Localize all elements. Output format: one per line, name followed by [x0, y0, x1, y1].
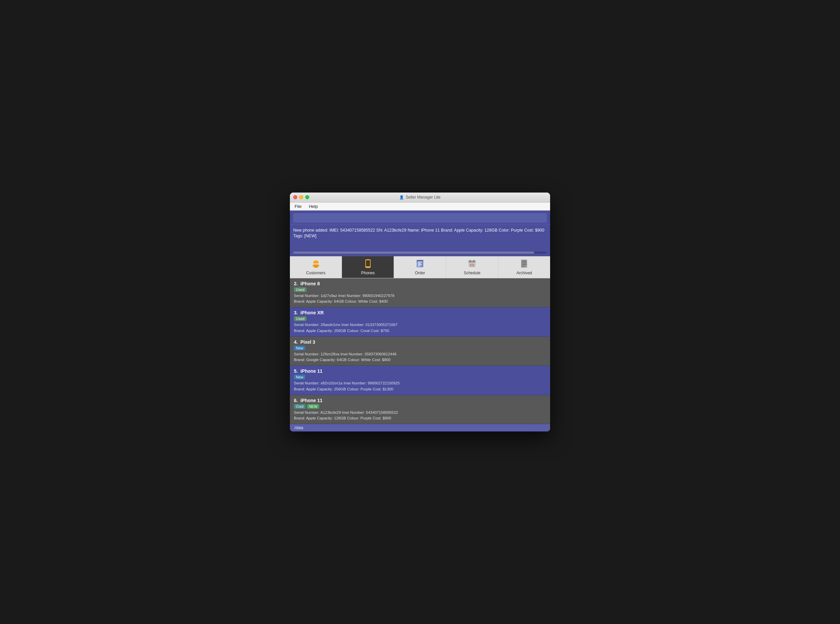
order-icon — [415, 259, 425, 269]
tab-schedule[interactable]: Schedule — [446, 256, 498, 278]
svg-point-20 — [472, 264, 473, 265]
tag-new-caps-5: NEW — [307, 404, 320, 409]
search-area — [290, 210, 550, 225]
status-text: ./data — [293, 425, 303, 430]
phone-details-1: Serial Number: 1d27s9az Imei Number: 990… — [294, 293, 546, 305]
menu-bar: File Help — [290, 202, 550, 210]
traffic-lights — [293, 195, 309, 199]
tab-schedule-label: Schedule — [464, 270, 480, 275]
svg-rect-16 — [469, 261, 476, 263]
svg-rect-27 — [522, 262, 526, 263]
svg-point-22 — [470, 265, 471, 266]
tag-used-2: Used — [294, 316, 307, 321]
tab-order-label: Order — [415, 270, 425, 275]
phone-item-4[interactable]: 5. iPhone 11 New Serial Number: x82n10zm… — [290, 366, 550, 395]
notification-bar: New phone added: IMEI: 543407158585522 S… — [290, 225, 550, 250]
phone-list[interactable]: 2. iPhone 8 Used Serial Number: 1d27s9az… — [290, 278, 550, 425]
tag-cool-5: Cool — [294, 404, 305, 409]
svg-rect-18 — [473, 260, 475, 262]
phone-tags-2: Used — [294, 316, 546, 321]
svg-rect-17 — [470, 260, 471, 262]
phone-item-2[interactable]: 3. iPhone XR Used Serial Number: 29asdn1… — [290, 307, 550, 337]
phone-item-1[interactable]: 2. iPhone 8 Used Serial Number: 1d27s9az… — [290, 278, 550, 308]
tab-phones[interactable]: Phones — [342, 256, 394, 278]
minimize-button[interactable] — [299, 195, 303, 199]
scrollbar-area — [290, 250, 550, 256]
svg-rect-12 — [418, 264, 422, 265]
svg-point-23 — [472, 265, 473, 266]
svg-point-19 — [470, 264, 471, 265]
svg-rect-10 — [418, 262, 422, 262]
phone-title-3: 4. Pixel 3 — [294, 339, 546, 345]
phone-details-3: Serial Number: 129zn28xa Imei Number: 35… — [294, 351, 546, 363]
close-button[interactable] — [293, 195, 297, 199]
svg-rect-13 — [418, 266, 420, 266]
tab-archived-label: Archived — [516, 270, 532, 275]
tab-customers[interactable]: Customers — [290, 256, 342, 278]
phone-item-5[interactable]: 6. iPhone 11 Cool NEW Serial Number: A12… — [290, 395, 550, 425]
phone-title-4: 5. iPhone 11 — [294, 368, 546, 374]
phone-tags-5: Cool NEW — [294, 404, 546, 409]
phone-tags-1: Used — [294, 287, 546, 292]
phone-title-5: 6. iPhone 11 — [294, 398, 546, 403]
svg-rect-14 — [417, 260, 423, 262]
app-window: 👤 Seller Manager Lite File Help New phon… — [290, 193, 550, 432]
tag-new-4: New — [294, 375, 305, 379]
svg-point-21 — [473, 264, 475, 265]
svg-point-8 — [367, 267, 368, 268]
title-bar: 👤 Seller Manager Lite — [290, 193, 550, 202]
phone-tags-3: New — [294, 346, 546, 351]
tag-used-1: Used — [294, 287, 307, 292]
archived-icon — [519, 259, 529, 269]
phone-item-3[interactable]: 4. Pixel 3 New Serial Number: 129zn28xa … — [290, 337, 550, 366]
status-bar: ./data — [290, 424, 550, 431]
svg-point-2 — [314, 260, 317, 263]
tab-bar: Customers Phones — [290, 256, 550, 278]
tab-customers-label: Customers — [306, 270, 325, 275]
svg-rect-7 — [366, 260, 370, 266]
tab-phones-label: Phones — [361, 270, 375, 275]
phone-details-4: Serial Number: x82n10zm1a Imei Number: 9… — [294, 380, 546, 392]
svg-rect-29 — [522, 266, 524, 267]
svg-point-5 — [314, 265, 318, 268]
svg-point-24 — [473, 265, 475, 266]
schedule-icon — [467, 259, 477, 269]
fake-scrollbar-thumb — [293, 252, 534, 253]
tab-order[interactable]: Order — [394, 256, 446, 278]
tab-archived[interactable]: Archived — [498, 256, 550, 278]
app-icon: 👤 — [399, 195, 404, 199]
phone-details-5: Serial Number: A123bcfe29 Imei Number: 5… — [294, 410, 546, 422]
phone-tags-4: New — [294, 375, 546, 379]
phones-icon — [364, 259, 372, 269]
maximize-button[interactable] — [305, 195, 309, 199]
menu-file[interactable]: File — [293, 203, 304, 210]
menu-help[interactable]: Help — [307, 203, 320, 210]
phone-title-2: 3. iPhone XR — [294, 310, 546, 315]
tag-new-3: New — [294, 346, 305, 351]
svg-rect-26 — [522, 261, 526, 262]
svg-rect-28 — [522, 264, 526, 265]
phone-title-1: 2. iPhone 8 — [294, 281, 546, 286]
svg-rect-11 — [418, 263, 421, 264]
phone-details-2: Serial Number: 29asdn1mx Imei Number: 01… — [294, 322, 546, 334]
search-input[interactable] — [293, 213, 547, 222]
notification-text: New phone added: IMEI: 543407158585522 S… — [293, 227, 547, 247]
fake-scrollbar[interactable] — [293, 252, 547, 253]
window-title: 👤 Seller Manager Lite — [399, 195, 440, 199]
customers-icon — [311, 259, 321, 269]
